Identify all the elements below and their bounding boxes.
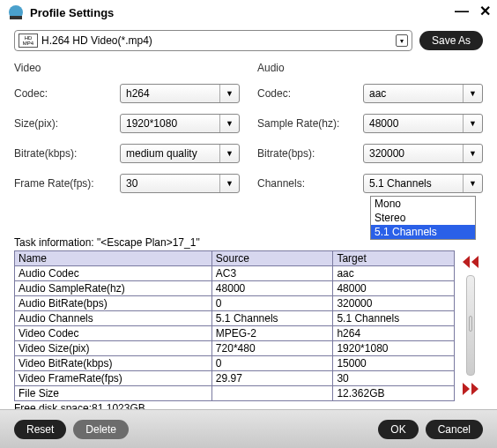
video-codec-label: Codec: — [14, 87, 120, 100]
cancel-button[interactable]: Cancel — [426, 420, 483, 439]
table-cell: Audio Codec — [15, 266, 212, 281]
chevron-down-icon: ▼ — [463, 115, 477, 132]
channels-option-51[interactable]: 5.1 Channels — [371, 225, 475, 239]
chevron-down-icon: ▼ — [463, 175, 477, 192]
reset-button[interactable]: Reset — [14, 420, 66, 439]
audio-ch-label: Channels: — [257, 177, 363, 190]
table-row: Video FrameRate(fps)29.9730 — [15, 371, 455, 386]
chevron-down-icon: ▼ — [219, 145, 234, 162]
video-codec-select[interactable]: h264▼ — [120, 84, 240, 103]
chevron-down-icon: ▼ — [219, 85, 234, 102]
table-cell: 12.362GB — [333, 386, 455, 401]
table-cell: 5.1 Channels — [333, 311, 455, 326]
video-bitrate-label: Bitrate(kbps): — [14, 147, 120, 160]
format-icon: HDMP4 — [19, 34, 38, 48]
ok-button[interactable]: OK — [378, 420, 418, 439]
audio-sr-select[interactable]: 48000▼ — [363, 114, 483, 133]
table-row: Video Size(pix)720*4801920*1080 — [15, 341, 455, 356]
table-cell: 5.1 Channels — [211, 311, 333, 326]
table-cell: h264 — [333, 326, 455, 341]
audio-bitrate-label: Bitrate(bps): — [257, 147, 363, 160]
delete-button[interactable]: Delete — [73, 420, 129, 439]
video-title: Video — [14, 62, 240, 74]
profile-label: H.264 HD Video(*.mp4) — [41, 34, 396, 47]
audio-codec-label: Codec: — [257, 87, 363, 100]
table-cell: AC3 — [211, 266, 333, 281]
table-cell: 0 — [211, 296, 333, 311]
table-cell — [211, 386, 333, 401]
table-row: Video CodecMPEG-2h264 — [15, 326, 455, 341]
col-name: Name — [15, 251, 212, 266]
video-size-label: Size(pix): — [14, 117, 120, 130]
table-cell: 1920*1080 — [333, 341, 455, 356]
table-cell: Audio BitRate(bps) — [15, 296, 212, 311]
table-cell: 30 — [333, 371, 455, 386]
next-button[interactable] — [460, 381, 481, 397]
table-cell: Audio Channels — [15, 311, 212, 326]
table-cell: 48000 — [333, 281, 455, 296]
video-fps-label: Frame Rate(fps): — [14, 177, 120, 190]
table-cell: File Size — [15, 386, 212, 401]
table-row: Audio BitRate(bps)0320000 — [15, 296, 455, 311]
profile-select[interactable]: HDMP4 H.264 HD Video(*.mp4) ▾ — [14, 30, 412, 51]
audio-ch-select[interactable]: 5.1 Channels▼ — [363, 174, 483, 193]
table-row: File Size12.362GB — [15, 386, 455, 401]
scrollbar[interactable] — [466, 275, 475, 376]
table-row: Audio SampleRate(hz)4800048000 — [15, 281, 455, 296]
video-fps-select[interactable]: 30▼ — [120, 174, 240, 193]
table-row: Audio CodecAC3aac — [15, 266, 455, 281]
table-cell: Video Size(pix) — [15, 341, 212, 356]
table-cell: Video FrameRate(fps) — [15, 371, 212, 386]
table-cell: 48000 — [211, 281, 333, 296]
audio-bitrate-select[interactable]: 320000▼ — [363, 144, 483, 163]
channels-option-stereo[interactable]: Stereo — [371, 211, 475, 225]
audio-sr-label: Sample Rate(hz): — [257, 117, 363, 130]
window-title: Profile Settings — [30, 6, 455, 19]
col-source: Source — [211, 251, 333, 266]
app-icon — [7, 4, 25, 21]
table-row: Video BitRate(kbps)015000 — [15, 356, 455, 371]
video-size-select[interactable]: 1920*1080▼ — [120, 114, 240, 133]
table-cell: 320000 — [333, 296, 455, 311]
table-cell: MPEG-2 — [211, 326, 333, 341]
save-as-button[interactable]: Save As — [419, 31, 483, 50]
chevron-down-icon[interactable]: ▾ — [396, 34, 408, 47]
table-cell: Audio SampleRate(hz) — [15, 281, 212, 296]
audio-title: Audio — [257, 62, 483, 74]
channels-option-mono[interactable]: Mono — [371, 197, 475, 211]
table-cell: Video BitRate(kbps) — [15, 356, 212, 371]
table-cell: 720*480 — [211, 341, 333, 356]
video-section: Video Codec:h264▼ Size(pix):1920*1080▼ B… — [14, 56, 240, 203]
video-bitrate-select[interactable]: medium quality▼ — [120, 144, 240, 163]
table-cell: 0 — [211, 356, 333, 371]
table-cell: aac — [333, 266, 455, 281]
audio-codec-select[interactable]: aac▼ — [363, 84, 483, 103]
audio-section: Audio Codec:aac▼ Sample Rate(hz):48000▼ … — [257, 56, 483, 203]
footer: Reset Delete OK Cancel — [0, 409, 497, 448]
table-cell: 15000 — [333, 356, 455, 371]
minimize-button[interactable]: — — [455, 7, 465, 18]
chevron-down-icon: ▼ — [463, 85, 477, 102]
chevron-down-icon: ▼ — [219, 175, 234, 192]
table-cell: 29.97 — [211, 371, 333, 386]
prev-button[interactable] — [460, 254, 481, 270]
col-target: Target — [333, 251, 455, 266]
chevron-down-icon: ▼ — [219, 115, 234, 132]
chevron-down-icon: ▼ — [463, 145, 477, 162]
channels-dropdown: Mono Stereo 5.1 Channels — [370, 196, 476, 240]
task-table: Name Source Target Audio CodecAC3aacAudi… — [14, 250, 455, 401]
close-button[interactable]: ✕ — [479, 7, 490, 18]
table-cell: Video Codec — [15, 326, 212, 341]
titlebar: Profile Settings — ✕ — [0, 0, 497, 25]
svg-rect-1 — [10, 16, 22, 19]
table-row: Audio Channels5.1 Channels5.1 Channels — [15, 311, 455, 326]
